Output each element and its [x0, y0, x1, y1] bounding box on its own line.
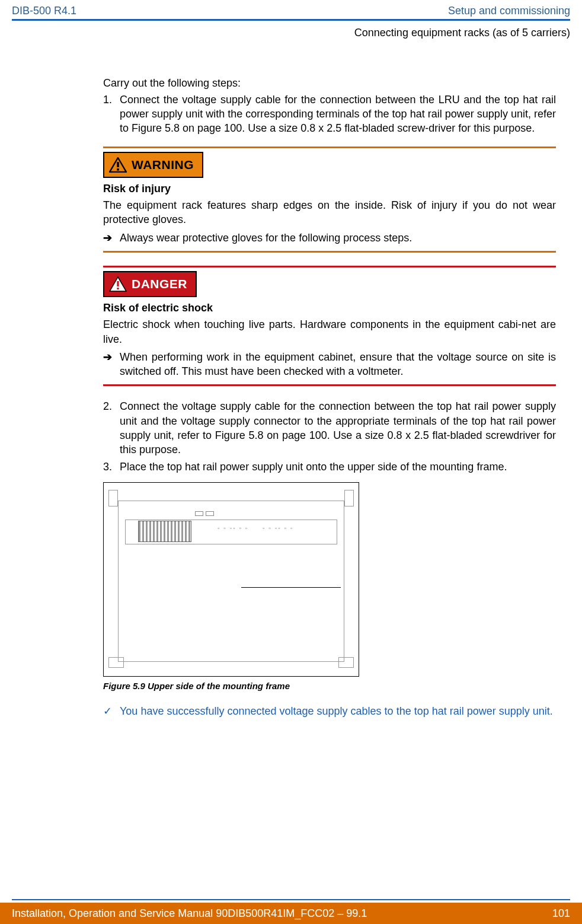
figure: ◦ ▫ ◦◦ ▫ ◦ ◦ ▫ ◦◦ ▫ ◦ Figure 5.9 Upper s…: [103, 482, 556, 692]
warning-triangle-icon: [104, 153, 132, 177]
step-number: 2.: [103, 399, 120, 457]
warning-top-rule: [103, 146, 556, 148]
danger-body: Electric shock when touching live parts.…: [103, 317, 556, 346]
steps-list-b: 2. Connect the voltage supply cable for …: [103, 399, 556, 473]
list-item: 1. Connect the voltage supply cable for …: [103, 93, 556, 136]
warning-bottom-rule: [103, 251, 556, 253]
footer-left: Installation, Operation and Service Manu…: [12, 906, 367, 920]
step-number: 3.: [103, 460, 120, 474]
arrow-icon: ➔: [103, 231, 120, 245]
warning-arrow-text: Always wear protective gloves for the fo…: [120, 231, 556, 245]
warning-badge: WARNING: [103, 152, 203, 178]
warning-title: Risk of injury: [103, 181, 556, 196]
page-footer: Installation, Operation and Service Manu…: [0, 903, 582, 924]
success-text: You have successfully connected voltage …: [120, 704, 556, 718]
success-note: ✓ You have successfully connected voltag…: [103, 704, 556, 718]
arrow-icon: ➔: [103, 350, 120, 379]
content: Carry out the following steps: 1. Connec…: [0, 40, 582, 719]
header-subtitle: Connecting equipment racks (as of 5 carr…: [0, 23, 582, 40]
svg-rect-2: [117, 168, 119, 171]
list-item: 2. Connect the voltage supply cable for …: [103, 399, 556, 457]
figure-image: ◦ ▫ ◦◦ ▫ ◦ ◦ ▫ ◦◦ ▫ ◦: [103, 482, 359, 677]
footer-page-number: 101: [552, 906, 570, 920]
warning-label: WARNING: [132, 157, 202, 173]
danger-triangle-icon: [104, 272, 132, 296]
list-item: 3. Place the top hat rail power supply u…: [103, 460, 556, 474]
danger-bottom-rule: [103, 384, 556, 386]
check-icon: ✓: [103, 704, 120, 718]
warning-body: The equipment rack features sharp edges …: [103, 198, 556, 227]
intro-text: Carry out the following steps:: [103, 76, 556, 90]
header-left: DIB-500 R4.1: [12, 4, 76, 18]
danger-arrow-text: When performing work in the equipment ca…: [120, 350, 556, 379]
footer-rule: [12, 899, 570, 900]
step-text: Connect the voltage supply cable for the…: [120, 93, 556, 136]
step-number: 1.: [103, 93, 120, 136]
svg-rect-5: [117, 288, 119, 289]
header-right: Setup and commissioning: [448, 4, 570, 18]
svg-rect-4: [117, 281, 119, 286]
danger-label: DANGER: [132, 276, 196, 292]
danger-title: Risk of electric shock: [103, 301, 556, 315]
step-text: Connect the voltage supply cable for the…: [120, 399, 556, 457]
page-header: DIB-500 R4.1 Setup and commissioning: [0, 0, 582, 19]
danger-badge: DANGER: [103, 271, 197, 297]
warning-arrow-item: ➔ Always wear protective gloves for the …: [103, 231, 556, 245]
header-rule: [12, 19, 570, 21]
danger-arrow-item: ➔ When performing work in the equipment …: [103, 350, 556, 379]
svg-rect-1: [117, 162, 119, 167]
danger-top-rule: [103, 266, 556, 267]
steps-list-a: 1. Connect the voltage supply cable for …: [103, 93, 556, 136]
step-text: Place the top hat rail power supply unit…: [120, 460, 556, 474]
figure-caption: Figure 5.9 Upper side of the mounting fr…: [103, 680, 556, 692]
